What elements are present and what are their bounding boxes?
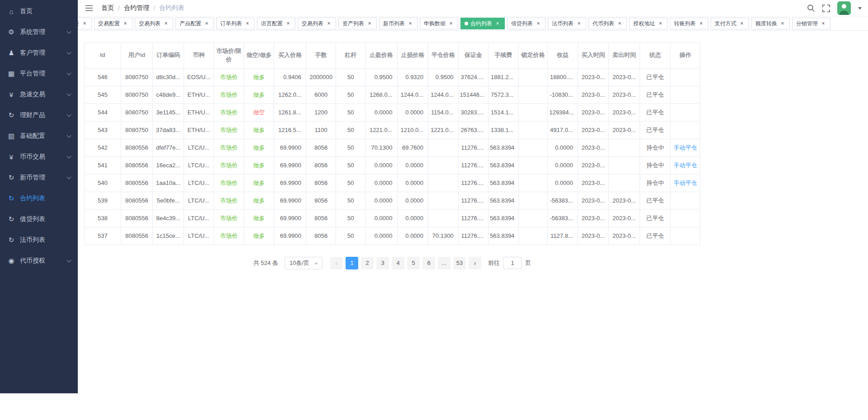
breadcrumb-item[interactable]: 合约管理 [124, 4, 149, 12]
sidebar-item-new-coin-mgmt[interactable]: ↻新币管理 [0, 167, 78, 188]
cell: 7572.3... [489, 86, 519, 104]
tab-借贷列表[interactable]: 借贷列表× [507, 18, 545, 29]
page-button[interactable]: 6 [422, 257, 435, 269]
cell: 1221.0... [428, 121, 459, 139]
prev-page-button[interactable]: ‹ [330, 257, 343, 269]
manual-close-link[interactable]: 手动平仓 [671, 139, 700, 156]
page-button[interactable]: 1 [346, 257, 358, 269]
cell: 544 [85, 104, 121, 121]
sidebar-item-label: 基础配置 [20, 132, 67, 140]
close-icon[interactable]: × [326, 20, 332, 27]
tab-支付方式[interactable]: 支付方式× [711, 18, 749, 29]
avatar[interactable] [837, 1, 851, 15]
fullscreen-icon[interactable] [822, 5, 830, 12]
page-button[interactable]: 53 [453, 257, 466, 269]
cell: 8056 [306, 139, 336, 156]
tab-额度转换[interactable]: 额度转换× [751, 18, 790, 29]
tab-资产列表[interactable]: 资产列表× [338, 18, 377, 29]
manual-close-link[interactable]: 手动平仓 [671, 156, 700, 174]
close-icon[interactable]: × [285, 20, 291, 27]
tab-授权地址[interactable]: 授权地址× [629, 18, 668, 29]
sidebar-item-token-auth[interactable]: ◉代币授权 [0, 250, 78, 271]
sidebar-item-base-config[interactable]: ▥基础配置 [0, 126, 78, 146]
chevron-down-icon [67, 154, 71, 158]
tab-产品配置[interactable]: 产品配置× [175, 18, 214, 29]
close-icon[interactable]: × [698, 20, 704, 27]
close-icon[interactable]: × [366, 20, 373, 27]
sidebar-item-fast-trade[interactable]: ¥急速交易 [0, 84, 78, 105]
close-icon[interactable]: × [657, 20, 664, 27]
cell: 2023-0... [578, 192, 609, 209]
sidebar-item-home[interactable]: ⌂首页 [0, 1, 78, 22]
tab-代币列表[interactable]: 代币列表× [588, 18, 627, 29]
cell: dfef77e... [153, 139, 184, 156]
cell: 2023-0... [578, 104, 609, 121]
tab-新币列表[interactable]: 新币列表× [379, 18, 417, 29]
close-icon[interactable]: × [535, 20, 541, 27]
next-page-button[interactable]: › [469, 257, 481, 269]
tab-合约列表[interactable]: 合约列表× [460, 18, 505, 29]
tab-分销管理[interactable]: 分销管理× [792, 18, 830, 29]
close-icon[interactable]: × [448, 20, 454, 27]
tab-转账列表[interactable]: 转账列表× [670, 18, 708, 29]
tab-label: 合约列表 [470, 20, 492, 28]
sidebar-item-fiat-list[interactable]: ↻法币列表 [0, 230, 78, 250]
tab-订单列表[interactable]: 订单列表× [216, 18, 255, 29]
cell: 11276.... [458, 139, 489, 156]
tab-申购数据[interactable]: 申购数据× [420, 18, 458, 29]
tab-交易配置[interactable]: 交易配置× [94, 18, 133, 29]
goto-input[interactable] [503, 257, 522, 269]
manual-close-link[interactable]: 手动平仓 [671, 174, 700, 192]
price-type: 市场价 [214, 227, 244, 245]
page-button[interactable]: 4 [392, 257, 404, 269]
sidebar-item-wealth-product[interactable]: ↻理财产品 [0, 105, 78, 126]
sidebar-item-label: 系统管理 [20, 28, 67, 36]
close-icon[interactable]: × [820, 20, 826, 27]
sidebar-item-coin-trade[interactable]: ¥币币交易 [0, 146, 78, 167]
page-size-select[interactable]: 10条/页 [285, 257, 323, 269]
close-icon[interactable]: × [204, 20, 210, 27]
tab-交易列表[interactable]: 交易列表× [135, 18, 173, 29]
cell: 8056 [306, 174, 336, 192]
close-icon[interactable]: × [739, 20, 745, 27]
cell: 6000 [306, 86, 336, 104]
more-pages-button[interactable]: ... [438, 257, 451, 269]
close-icon[interactable]: × [494, 20, 501, 27]
chevron-down-icon[interactable] [858, 7, 862, 11]
sidebar-item-loan-list[interactable]: ↻借贷列表 [0, 209, 78, 230]
close-icon[interactable]: × [617, 20, 623, 27]
breadcrumb-item[interactable]: 首页 [101, 4, 114, 12]
table-row: 54480807503e1145...ETH/U...市场价做空1261.8..… [85, 104, 700, 121]
cell: 563.8394 [489, 227, 519, 245]
close-icon[interactable]: × [244, 20, 251, 27]
cell: 26763.... [458, 121, 489, 139]
sidebar-item-platform-mgmt[interactable]: ▦平台管理 [0, 63, 78, 84]
close-icon[interactable]: × [576, 20, 582, 27]
direction: 做多 [244, 156, 274, 174]
status: 持仓中 [640, 139, 671, 156]
close-icon[interactable]: × [81, 20, 88, 27]
sidebar-item-customer-mgmt[interactable]: ♟客户管理 [0, 42, 78, 63]
cell: 50 [336, 174, 365, 192]
search-icon[interactable] [807, 4, 815, 12]
cell: 18800.... [548, 68, 578, 86]
sidebar-item-label: 法币列表 [20, 236, 71, 244]
tab-label: 订单列表 [220, 20, 242, 28]
cell: -10830... [548, 86, 578, 104]
hamburger-icon[interactable] [84, 4, 94, 13]
page-button[interactable]: 3 [376, 257, 389, 269]
tab-列表[interactable]: 列表× [78, 18, 92, 29]
cell: 0.9500 [428, 68, 459, 86]
tab-交易列表[interactable]: 交易列表× [298, 18, 336, 29]
tab-法币列表[interactable]: 法币列表× [548, 18, 586, 29]
close-icon[interactable]: × [163, 20, 169, 27]
tab-语言配置[interactable]: 语言配置× [257, 18, 295, 29]
sidebar-item-system-mgmt[interactable]: ⚙系统管理 [0, 22, 78, 42]
close-icon[interactable]: × [122, 20, 128, 27]
close-icon[interactable]: × [407, 20, 413, 27]
sidebar-item-contract-list[interactable]: ↻合约列表 [0, 188, 78, 209]
column-header: 用户id [121, 43, 153, 69]
page-button[interactable]: 2 [361, 257, 374, 269]
page-button[interactable]: 5 [407, 257, 420, 269]
close-icon[interactable]: × [779, 20, 786, 27]
